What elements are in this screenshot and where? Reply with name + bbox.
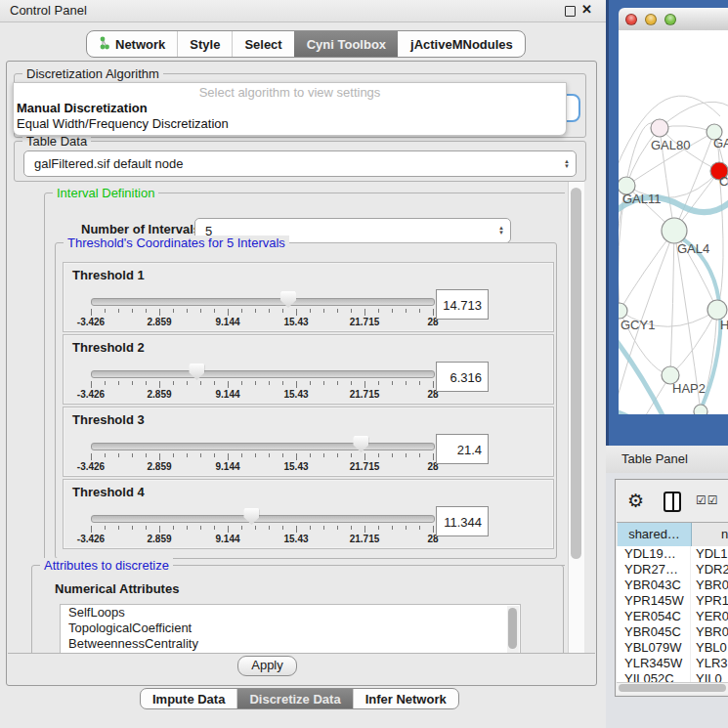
tab-jactivemnodules[interactable]: jActiveMNodules	[398, 31, 525, 57]
cell-shared-name: YLR345W	[617, 656, 691, 671]
algorithm-option[interactable]: Equal Width/Frequency Discretization	[14, 116, 566, 132]
apply-button[interactable]: Apply	[237, 656, 297, 676]
slider-tick-labels: -3.4262.8599.14415.4321.71528	[91, 534, 435, 545]
table-row[interactable]: YDL19…YDL1	[617, 546, 728, 562]
main-scrollbar[interactable]	[568, 182, 584, 653]
slider-ticks	[91, 309, 435, 317]
network-window-titlebar[interactable]	[619, 8, 728, 31]
table-row[interactable]: YBR043CYBR0	[617, 578, 728, 593]
algorithm-popup-hint: Select algorithm to view settings	[14, 83, 566, 101]
spinner-arrows-icon[interactable]: ▲▼	[492, 226, 510, 236]
screenshot-root: Control Panel ✕ NetworkStyleSelectCyni T…	[0, 0, 728, 728]
column-header-shared-name[interactable]: shared…	[618, 523, 692, 546]
tab-label: Style	[190, 37, 220, 52]
number-of-intervals-label: Number of Intervals	[81, 222, 200, 236]
cell-name: YDL1	[691, 546, 728, 562]
zoom-traffic-light-icon[interactable]	[664, 14, 676, 25]
tab-infer-network[interactable]: Infer Network	[353, 689, 458, 708]
slider-tick-labels: -3.4262.8599.14415.4321.71528	[91, 461, 435, 473]
cell-shared-name: YBR043C	[617, 578, 691, 593]
node-label: C	[719, 174, 728, 189]
tab-impute-data[interactable]: Impute Data	[141, 689, 236, 708]
threshold-value-field[interactable]: 6.316	[436, 362, 489, 392]
slider-tick-labels: -3.4262.8599.14415.4321.71528	[91, 389, 435, 401]
table-row[interactable]: YBL079WYBL0	[617, 640, 728, 656]
cell-shared-name: YBR045C	[617, 624, 691, 640]
minimize-traffic-light-icon[interactable]	[645, 14, 657, 25]
bottom-node[interactable]	[694, 405, 707, 414]
threshold-panel: Threshold 1-3.4262.8599.14415.4321.71528…	[63, 262, 554, 332]
float-window-icon[interactable]	[565, 6, 576, 17]
table-header-row: shared… na	[617, 522, 728, 547]
thresholds-group-title: Threshold's Coordinates for 5 Intervals	[64, 236, 289, 250]
threshold-value-field[interactable]: 21.4	[436, 434, 489, 464]
node-label: GAL11	[622, 192, 662, 206]
cell-shared-name: YPR145W	[617, 593, 691, 609]
threshold-slider-track[interactable]	[91, 370, 435, 378]
attributes-scrollbar-thumb[interactable]	[508, 608, 517, 649]
attributes-scrollbar[interactable]	[507, 606, 519, 653]
discretization-algorithm-title: Discretization Algorithm	[22, 66, 163, 81]
columns-icon[interactable]	[664, 492, 681, 512]
GAL4-node[interactable]	[662, 218, 687, 243]
threshold-panel: Threshold 3-3.4262.8599.14415.4321.71528…	[63, 407, 554, 477]
threshold-label: Threshold 2	[72, 340, 145, 355]
network-highlight-edge	[619, 341, 664, 414]
table-data-group: Table Data galFiltered.sif default node …	[14, 141, 586, 182]
table-row[interactable]: YLR345WYLR3	[617, 656, 728, 671]
attribute-list-item[interactable]: SelfLoops	[61, 605, 520, 621]
threshold-value-field[interactable]: 11.344	[436, 506, 489, 536]
network-canvas[interactable]: GAL80GACGAL11GAL4GCY1HHAP2	[619, 30, 728, 414]
tab-cyni-toolbox[interactable]: Cyni Toolbox	[294, 31, 398, 57]
cell-name: YBR0	[691, 624, 728, 640]
tab-label: Select	[244, 37, 281, 52]
table-hscrollbar-thumb[interactable]	[619, 684, 726, 692]
threshold-panel: Threshold 2-3.4262.8599.14415.4321.71528…	[63, 334, 554, 405]
cell-name: YDR2	[691, 562, 728, 578]
cell-name: YBL0	[691, 640, 727, 656]
main-scrollbar-thumb[interactable]	[571, 188, 581, 559]
node-label: GAL4	[677, 241, 709, 256]
attribute-list-item[interactable]: TopologicalCoefficient	[61, 621, 520, 636]
table-row[interactable]: YDR27…YDR2	[617, 562, 728, 578]
table-data-combobox[interactable]: galFiltered.sif default node ▲▼	[23, 150, 577, 177]
GCY1-node[interactable]	[619, 303, 627, 319]
column-header-name[interactable]: na	[693, 523, 728, 546]
H-node[interactable]	[707, 300, 727, 320]
node-label: HAP2	[672, 381, 706, 396]
close-traffic-light-icon[interactable]	[625, 14, 637, 25]
table-horizontal-scrollbar[interactable]	[617, 682, 728, 694]
GAL80-node[interactable]	[651, 119, 668, 137]
tab-style[interactable]: Style	[177, 31, 232, 57]
table-row[interactable]: YPR145WYPR1	[617, 593, 728, 609]
gear-icon[interactable]: ⚙	[627, 490, 644, 512]
threshold-slider-track[interactable]	[91, 298, 435, 306]
node-label: GA	[713, 136, 728, 150]
table-row[interactable]: YBR045CYBR0	[617, 624, 728, 640]
network-edge	[670, 231, 674, 375]
threshold-slider-track[interactable]	[91, 443, 435, 450]
combo-spinner-icon[interactable]: ▲▼	[558, 159, 576, 169]
checkboxes-icon[interactable]: ☑☑	[696, 493, 719, 507]
apply-strip-divider	[8, 653, 595, 685]
table-row[interactable]: YER054CYER0	[617, 609, 728, 624]
slider-ticks	[91, 381, 435, 389]
close-icon[interactable]: ✕	[581, 2, 592, 17]
tab-discretize-data[interactable]: Discretize Data	[236, 689, 352, 708]
table-row[interactable]: YIL052CYIL0	[617, 671, 728, 682]
node-table: ⚙ ☑☑ shared… na YDL19…YDL1YDR27…YDR2YBR0…	[615, 479, 728, 697]
slider-ticks	[91, 453, 435, 461]
table-rows: YDL19…YDL1YDR27…YDR2YBR043CYBR0YPR145WYP…	[617, 546, 728, 682]
tab-select[interactable]: Select	[232, 31, 293, 57]
threshold-slider-track[interactable]	[91, 515, 435, 523]
network-edge	[620, 231, 674, 311]
tab-network[interactable]: Network	[87, 31, 177, 57]
tab-label: jActiveMNodules	[410, 37, 513, 52]
slider-tick-labels: -3.4262.8599.14415.4321.71528	[91, 317, 435, 328]
interval-definition-title: Interval Definition	[53, 186, 158, 200]
algorithm-option[interactable]: Manual Discretization	[14, 101, 566, 116]
algorithm-options: Manual DiscretizationEqual Width/Frequen…	[14, 101, 566, 132]
numerical-attributes-list[interactable]: SelfLoopsTopologicalCoefficientBetweenne…	[60, 604, 521, 653]
attribute-list-item[interactable]: BetweennessCentrality	[61, 636, 520, 652]
threshold-value-field[interactable]: 14.713	[436, 289, 489, 320]
